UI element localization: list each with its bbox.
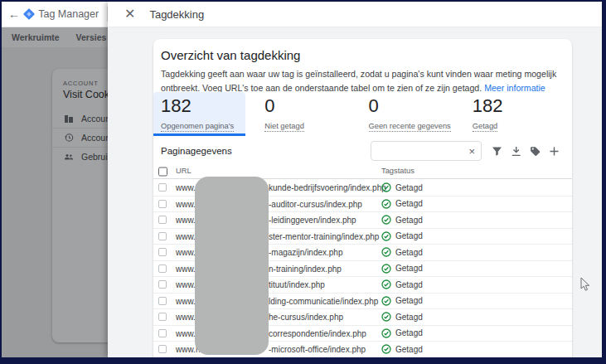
check-circle-icon	[381, 328, 391, 338]
table-toolbar: Paginagegevens ×	[161, 140, 560, 162]
clear-search-icon[interactable]: ×	[468, 146, 475, 157]
redaction-overlay	[195, 177, 269, 355]
add-icon[interactable]	[547, 144, 560, 158]
url-suffix: -leidinggeven/index.php	[269, 216, 356, 225]
stat-label: Geen recente gegevens	[369, 122, 451, 132]
stat-value: 182	[161, 95, 245, 117]
stat-getagd[interactable]: 182 Getagd	[465, 92, 557, 136]
check-circle-icon	[381, 312, 391, 322]
tag-status-label: Getagd	[395, 199, 423, 208]
section-title: Paginagegevens	[161, 146, 232, 156]
row-checkbox[interactable]	[158, 183, 167, 192]
url-suffix: correspondentie/index.php	[269, 328, 366, 337]
stat-label: Getagd	[473, 122, 498, 132]
tag-status: Getagd	[381, 261, 423, 277]
dialog-header: ✕ Tagdekking	[108, 2, 602, 27]
stat-label: Opgenomen pagina's	[161, 122, 234, 132]
tag-status-label: Getagd	[395, 313, 423, 322]
modal-scrim	[2, 27, 108, 357]
stat-value: 0	[369, 95, 453, 117]
tag-status-label: Getagd	[395, 328, 423, 337]
stat-opgenomen-paginas[interactable]: 182 Opgenomen pagina's	[153, 92, 245, 136]
stat-value: 0	[264, 95, 349, 117]
check-circle-icon	[381, 344, 391, 354]
stats-row: 182 Opgenomen pagina's 0 Niet getagd 0 G…	[153, 92, 557, 136]
filter-icon[interactable]	[490, 144, 503, 158]
tag-status: Getagd	[381, 212, 423, 228]
tag-status: Getagd	[381, 245, 423, 260]
tag-status: Getagd	[381, 326, 423, 342]
app-title: Tag Manager	[38, 8, 99, 20]
row-checkbox[interactable]	[158, 280, 167, 289]
column-header-tagstatus: Tagstatus	[381, 167, 415, 175]
dialog-title: Tagdekking	[149, 8, 204, 21]
toolbar-icons	[490, 144, 560, 158]
stat-label: Niet getagd	[264, 122, 304, 132]
url-suffix: kunde-bedrijfsvoering/index.php	[269, 183, 386, 192]
row-checkbox[interactable]	[158, 200, 167, 208]
check-circle-icon	[381, 199, 391, 209]
tag-manager-logo-icon	[22, 8, 32, 21]
check-circle-icon	[381, 215, 391, 225]
search-input[interactable]	[377, 146, 468, 156]
select-all-checkbox[interactable]	[158, 167, 167, 176]
tag-coverage-dialog: ✕ Tagdekking Overzicht van tagdekking Ta…	[108, 2, 602, 357]
check-circle-icon	[381, 296, 391, 306]
check-circle-icon	[381, 264, 391, 274]
app-topbar: ← Tag Manager	[2, 2, 108, 27]
window-frame: ← Tag Manager Werkruimte Versies Beh ACC…	[0, 0, 606, 364]
tag-status-label: Getagd	[395, 183, 423, 192]
tag-status: Getagd	[381, 197, 423, 212]
tag-status: Getagd	[381, 342, 423, 357]
url-suffix: -auditor-cursus/index.php	[269, 199, 362, 208]
search-box: ×	[371, 141, 482, 161]
check-circle-icon	[381, 247, 391, 257]
dialog-body: Overzicht van tagdekking Tagdekking geef…	[108, 27, 602, 357]
back-arrow-icon[interactable]: ←	[8, 7, 20, 21]
row-checkbox[interactable]	[158, 265, 167, 273]
stat-value: 182	[473, 95, 557, 117]
tag-status-label: Getagd	[395, 345, 423, 354]
close-icon[interactable]: ✕	[124, 7, 135, 21]
download-icon[interactable]	[509, 144, 522, 158]
row-checkbox[interactable]	[158, 248, 167, 256]
stat-geen-recente-gegevens[interactable]: 0 Geen recente gegevens	[361, 92, 453, 136]
url-suffix: n-training/index.php	[269, 264, 342, 273]
column-header-url: URL	[176, 167, 191, 175]
tag-status-label: Getagd	[395, 248, 423, 257]
background-page: ← Tag Manager Werkruimte Versies Beh ACC…	[2, 2, 108, 357]
check-circle-icon	[381, 231, 391, 241]
row-checkbox[interactable]	[158, 329, 167, 337]
browser-window: ← Tag Manager Werkruimte Versies Beh ACC…	[2, 2, 602, 357]
tag-status: Getagd	[381, 229, 423, 245]
row-checkbox[interactable]	[158, 232, 167, 240]
row-checkbox[interactable]	[158, 313, 167, 321]
stat-niet-getagd[interactable]: 0 Niet getagd	[257, 92, 349, 136]
url-suffix: tituut/index.php	[269, 280, 325, 289]
url-suffix: -magazijn/index.php	[269, 248, 343, 257]
url-suffix: -microsoft-office/index.php	[269, 345, 366, 354]
check-circle-icon	[381, 279, 391, 289]
row-checkbox[interactable]	[158, 216, 167, 224]
overview-heading: Overzicht van tagdekking	[161, 48, 300, 62]
tag-status-label: Getagd	[395, 280, 423, 289]
tag-status: Getagd	[381, 180, 423, 196]
url-suffix: lding-communicatie/index.php	[269, 296, 378, 305]
row-checkbox[interactable]	[158, 345, 167, 353]
url-suffix: ster-mentor-training/index.php	[269, 231, 379, 240]
tag-icon[interactable]	[528, 144, 541, 158]
tag-status-label: Getagd	[395, 216, 423, 225]
tag-coverage-card: Overzicht van tagdekking Tagdekking geef…	[153, 39, 572, 357]
tag-status-label: Getagd	[395, 231, 423, 240]
check-circle-icon	[381, 182, 391, 192]
tag-status-label: Getagd	[395, 264, 423, 273]
tag-status: Getagd	[381, 277, 423, 293]
tag-status: Getagd	[381, 309, 423, 325]
tag-status-label: Getagd	[395, 296, 423, 305]
url-suffix: he-cursus/index.php	[269, 313, 343, 322]
row-checkbox[interactable]	[158, 297, 167, 305]
tag-status: Getagd	[381, 294, 423, 309]
